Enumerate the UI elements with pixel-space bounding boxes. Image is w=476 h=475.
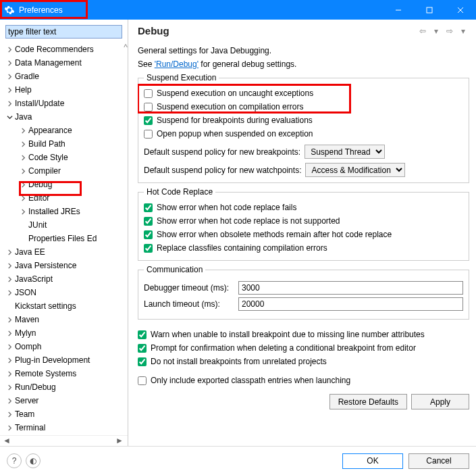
chk-only-exported[interactable] bbox=[138, 376, 147, 385]
chevron-right-icon[interactable] bbox=[4, 395, 15, 406]
tree-item[interactable]: Java Persistence bbox=[4, 259, 128, 272]
chevron-right-icon[interactable] bbox=[4, 328, 15, 339]
chevron-right-icon[interactable] bbox=[4, 57, 15, 68]
chk-suspend-compile[interactable] bbox=[144, 103, 153, 111]
policy-watchpoints-select[interactable]: Access & Modification bbox=[305, 163, 405, 177]
restore-defaults-button[interactable]: Restore Defaults bbox=[329, 394, 407, 409]
chevron-right-icon[interactable] bbox=[18, 206, 28, 217]
chk-prompt-delete[interactable] bbox=[138, 344, 147, 353]
minimize-button[interactable] bbox=[383, 0, 414, 20]
chevron-right-icon[interactable] bbox=[18, 179, 28, 190]
chevron-right-icon[interactable] bbox=[4, 44, 15, 55]
tree-item[interactable]: Code Style bbox=[4, 151, 128, 164]
tree-item[interactable]: Server bbox=[4, 394, 128, 407]
policy-breakpoints-select[interactable]: Suspend Thread bbox=[305, 145, 385, 159]
chevron-down-icon[interactable] bbox=[4, 111, 15, 122]
ok-button[interactable]: OK bbox=[342, 453, 403, 469]
tree-item[interactable]: Plug-in Development bbox=[4, 353, 128, 367]
chevron-right-icon[interactable] bbox=[4, 71, 15, 82]
preferences-tree[interactable]: ^Code RecommendersData ManagementGradleH… bbox=[0, 41, 128, 435]
chevron-right-icon[interactable] bbox=[4, 341, 15, 352]
tree-item[interactable]: Installed JREs bbox=[4, 205, 128, 218]
tree-item[interactable]: Java EE bbox=[4, 245, 128, 259]
tree-item[interactable]: Team bbox=[4, 407, 128, 421]
nav-forward-icon[interactable]: ⇨ bbox=[444, 26, 456, 36]
apply-button[interactable]: Apply bbox=[411, 394, 469, 409]
chevron-right-icon[interactable] bbox=[4, 98, 15, 109]
dialog-footer: ? ◐ OK Cancel bbox=[0, 446, 476, 475]
chevron-right-icon[interactable] bbox=[18, 139, 28, 149]
tree-item[interactable]: Code Recommenders bbox=[4, 43, 128, 56]
tree-item[interactable]: Oomph bbox=[4, 340, 128, 353]
chevron-left-icon[interactable]: ◄ bbox=[3, 436, 11, 445]
chevron-right-icon[interactable] bbox=[18, 125, 28, 136]
chevron-right-icon[interactable] bbox=[4, 409, 15, 420]
chevron-right-icon[interactable] bbox=[4, 287, 15, 298]
chevron-right-icon[interactable] bbox=[4, 314, 15, 325]
chk-suspend-uncaught[interactable] bbox=[144, 89, 153, 98]
chk-hot-nosupport[interactable] bbox=[144, 217, 153, 226]
chk-hot-obsolete[interactable] bbox=[144, 230, 153, 239]
tree-item[interactable]: Run/Debug bbox=[4, 380, 128, 394]
chevron-right-icon[interactable] bbox=[18, 193, 28, 203]
tree-item[interactable]: Build Path bbox=[4, 137, 128, 151]
chevron-right-icon[interactable] bbox=[18, 166, 28, 176]
chevron-right-icon[interactable] bbox=[4, 368, 15, 379]
chevron-right-icon[interactable] bbox=[4, 274, 15, 284]
chevron-right-icon[interactable] bbox=[4, 355, 15, 366]
tree-item[interactable]: Gradle bbox=[4, 70, 128, 83]
group-legend: Communication bbox=[144, 265, 205, 274]
launch-timeout-input[interactable] bbox=[238, 297, 463, 311]
chk-hot-replace[interactable] bbox=[144, 244, 153, 253]
window-title: Preferences bbox=[19, 5, 63, 15]
tree-item[interactable]: Editor bbox=[4, 191, 128, 205]
cancel-button[interactable]: Cancel bbox=[408, 453, 469, 469]
tree-item[interactable]: Properties Files Ed bbox=[4, 232, 128, 245]
tree-item[interactable]: Maven bbox=[4, 313, 128, 326]
chk-hot-fail[interactable] bbox=[144, 203, 153, 212]
preferences-tree-pane: ^Code RecommendersData ManagementGradleH… bbox=[0, 20, 128, 446]
gear-icon bbox=[4, 5, 15, 16]
tree-item[interactable]: JSON bbox=[4, 286, 128, 299]
tree-item[interactable]: Debug bbox=[4, 178, 128, 191]
dropdown-icon[interactable]: ▾ bbox=[430, 26, 442, 36]
chevron-right-icon[interactable] bbox=[4, 382, 15, 393]
chevron-right-icon[interactable] bbox=[4, 84, 15, 95]
import-export-icon[interactable]: ◐ bbox=[26, 453, 41, 468]
tree-item-label: JUnit bbox=[28, 220, 47, 230]
nav-back-icon[interactable]: ⇦ bbox=[417, 26, 429, 36]
tree-item[interactable]: Help bbox=[4, 83, 128, 97]
filter-input[interactable] bbox=[5, 25, 122, 39]
close-button[interactable] bbox=[445, 0, 476, 20]
tree-item[interactable]: Remote Systems bbox=[4, 367, 128, 380]
chevron-right-icon[interactable]: ► bbox=[115, 436, 124, 445]
tree-item[interactable]: Kickstart settings bbox=[4, 299, 128, 313]
tree-item[interactable]: Compiler bbox=[4, 164, 128, 178]
tree-item[interactable]: Terminal bbox=[4, 421, 128, 434]
run-debug-link[interactable]: 'Run/Debug' bbox=[155, 59, 199, 69]
scroll-up-icon[interactable]: ^ bbox=[124, 43, 128, 52]
intro-text: General settings for Java Debugging. bbox=[138, 46, 469, 55]
dropdown-icon[interactable]: ▾ bbox=[457, 26, 469, 36]
tree-spacer bbox=[18, 233, 28, 244]
tree-item[interactable]: Mylyn bbox=[4, 326, 128, 340]
chevron-right-icon[interactable] bbox=[18, 152, 28, 163]
chevron-right-icon[interactable] bbox=[4, 247, 15, 257]
chk-suspend-breakpoints[interactable] bbox=[144, 116, 153, 125]
help-icon[interactable]: ? bbox=[7, 453, 22, 468]
tree-item[interactable]: JUnit bbox=[4, 218, 128, 232]
tree-item[interactable]: Appearance bbox=[4, 124, 128, 137]
debugger-timeout-input[interactable] bbox=[238, 281, 463, 295]
tree-item[interactable]: Data Management bbox=[4, 56, 128, 70]
chk-open-popup[interactable] bbox=[144, 130, 153, 139]
tree-item-label: Code Recommenders bbox=[15, 45, 94, 54]
chevron-right-icon[interactable] bbox=[4, 422, 15, 433]
chk-no-unrelated[interactable] bbox=[138, 357, 147, 366]
tree-item[interactable]: JavaScript bbox=[4, 272, 128, 286]
maximize-button[interactable] bbox=[414, 0, 445, 20]
chk-warn-linenum[interactable] bbox=[138, 330, 147, 339]
policy-breakpoints-label: Default suspend policy for new breakpoin… bbox=[144, 147, 300, 157]
tree-item[interactable]: Java bbox=[4, 110, 128, 124]
chevron-right-icon[interactable] bbox=[4, 260, 15, 271]
tree-item[interactable]: Install/Update bbox=[4, 97, 128, 110]
